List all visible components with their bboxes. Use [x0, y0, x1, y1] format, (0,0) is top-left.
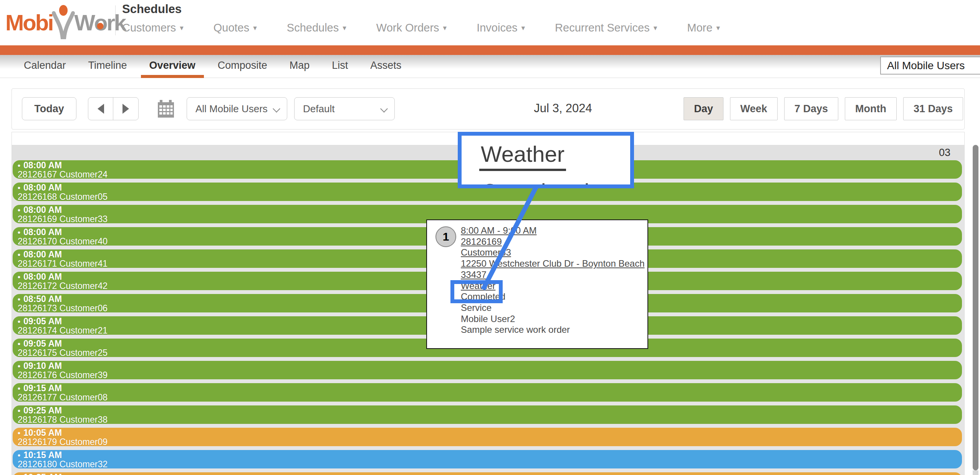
tab-calendar[interactable]: Calendar [24, 58, 66, 78]
dot-icon: • [18, 251, 20, 259]
caret-down-icon: ▾ [716, 23, 720, 32]
mobile-users-select-value: All Mobile Users [195, 103, 268, 115]
event-label: 28126167 Customer24 [18, 170, 962, 179]
event-bar[interactable]: •10:15 AM28126180 Customer32 [13, 450, 962, 468]
tab-map[interactable]: Map [290, 58, 310, 78]
nav-item-label: More [687, 22, 712, 34]
date-nav-group [88, 97, 139, 120]
nav-item-customers[interactable]: Customers▾ [122, 22, 184, 34]
main-nav: Customers▾Quotes▾Schedules▾Work Orders▾I… [122, 22, 720, 34]
nav-item-invoices[interactable]: Invoices▾ [477, 22, 525, 34]
event-time: •08:00 AM [18, 205, 962, 215]
event-label: 28126177 Customer08 [18, 393, 962, 402]
view-button-31-days[interactable]: 31 Days [903, 97, 963, 120]
dot-icon: • [18, 317, 20, 326]
orange-banner [0, 45, 980, 55]
logo-o-dot-icon: o [94, 6, 106, 39]
dot-icon: • [18, 295, 20, 304]
nav-item-label: Recurrent Services [555, 22, 650, 34]
event-bar[interactable]: •10:25 AM [13, 472, 962, 475]
dot-icon: • [18, 407, 20, 415]
event-bar[interactable]: •09:10 AM28126176 Customer39 [13, 361, 962, 379]
dot-icon: • [18, 228, 20, 237]
event-time: •08:00 AM [18, 161, 962, 170]
caret-down-icon: ▾ [443, 23, 447, 32]
tab-assets[interactable]: Assets [370, 58, 401, 78]
event-label: 28126176 Customer39 [18, 371, 962, 379]
popup-link-customer33[interactable]: Customer33 [461, 247, 646, 258]
header-divider [115, 5, 116, 35]
view-tabs: CalendarTimelineOverviewCompositeMapList… [24, 58, 401, 78]
day-number-label: 03 [939, 147, 950, 158]
event-time-text: 08:50 AM [23, 294, 62, 304]
tab-list[interactable]: List [332, 58, 348, 78]
nav-item-label: Quotes [214, 22, 250, 34]
preset-select[interactable]: Default [294, 97, 395, 120]
event-bar[interactable]: •09:15 AM28126177 Customer08 [13, 383, 962, 402]
tab-timeline[interactable]: Timeline [88, 58, 127, 78]
popup-text-service: Service [461, 302, 646, 314]
popup-link-12250-westchester-club-dr-boynton-beach[interactable]: 12250 Westchester Club Dr - Boynton Beac… [461, 258, 646, 269]
popup-link-33437[interactable]: 33437 [461, 269, 646, 281]
event-bar[interactable]: •10:05 AM28126179 Customer09 [13, 428, 962, 446]
dot-icon: • [18, 206, 20, 214]
nav-item-work-orders[interactable]: Work Orders▾ [376, 22, 447, 34]
nav-item-schedules[interactable]: Schedules▾ [287, 22, 346, 34]
event-detail-popup: 1 8:00 AM - 9:00 AM28126169Customer33122… [426, 219, 648, 349]
event-bar[interactable]: •08:00 AM28126168 Customer05 [13, 183, 962, 201]
tab-composite[interactable]: Composite [218, 58, 267, 78]
prev-day-button[interactable] [88, 98, 113, 120]
event-time-text: 08:00 AM [23, 249, 62, 259]
page-title: Schedules [122, 2, 182, 16]
popup-link-weather[interactable]: Weather [461, 281, 646, 292]
view-button-7-days[interactable]: 7 Days [784, 97, 838, 120]
event-label: 28126179 Customer09 [18, 438, 962, 446]
event-label: 28126178 Customer38 [18, 415, 962, 424]
popup-link-8-00-am-9-00-am[interactable]: 8:00 AM - 9:00 AM [461, 225, 646, 236]
event-time-text: 10:25 AM [23, 472, 62, 475]
popup-link-28126169[interactable]: 28126169 [461, 236, 646, 247]
event-time: •10:25 AM [18, 473, 962, 475]
event-bar[interactable]: •09:25 AM28126178 Customer38 [13, 405, 962, 424]
view-range-buttons: DayWeek7 DaysMonth31 Days [684, 97, 963, 120]
vertical-scrollbar-thumb[interactable] [973, 145, 978, 470]
current-date-label: Jul 3, 2024 [505, 101, 621, 115]
event-time-text: 08:00 AM [23, 183, 62, 193]
event-label: 28126168 Customer05 [18, 193, 962, 201]
caret-down-icon: ▾ [521, 23, 525, 32]
view-button-month[interactable]: Month [845, 97, 897, 120]
calendar-icon[interactable] [158, 100, 174, 120]
popup-detail-lines: 8:00 AM - 9:00 AM28126169Customer3312250… [461, 225, 646, 335]
event-time-text: 10:15 AM [23, 450, 62, 460]
event-time: •09:15 AM [18, 384, 962, 393]
mobiwork-logo[interactable]: Mobi Work [5, 3, 125, 39]
tab-overview[interactable]: Overview [149, 58, 195, 78]
vertical-scrollbar-track[interactable] [973, 470, 978, 475]
event-time-text: 08:00 AM [23, 272, 62, 282]
event-time-text: 09:25 AM [23, 405, 62, 415]
day-header-strip: 03 [12, 145, 964, 160]
tab-label: Assets [370, 60, 401, 71]
tab-label: List [332, 60, 348, 71]
event-bar[interactable]: •08:00 AM28126167 Customer24 [13, 160, 962, 179]
preset-select-value: Default [303, 103, 334, 115]
event-count-badge: 1 [435, 226, 456, 247]
dot-icon: • [18, 161, 20, 170]
view-button-week[interactable]: Week [730, 97, 778, 120]
next-day-button[interactable] [113, 98, 138, 120]
nav-item-more[interactable]: More▾ [687, 22, 720, 34]
popup-text-sample-service-work-order: Sample service work order [461, 324, 646, 335]
mobile-users-select[interactable]: All Mobile Users [187, 97, 287, 120]
nav-item-label: Schedules [287, 22, 339, 34]
view-button-day[interactable]: Day [684, 97, 723, 120]
today-button[interactable]: Today [22, 97, 76, 120]
nav-item-recurrent-services[interactable]: Recurrent Services▾ [555, 22, 657, 34]
dot-icon: • [18, 429, 20, 437]
active-tab-underline [141, 75, 204, 78]
dot-icon: • [18, 273, 20, 281]
dot-icon: • [18, 362, 20, 370]
tab-zone: CalendarTimelineOverviewCompositeMapList… [0, 55, 980, 78]
dot-icon: • [18, 184, 20, 192]
nav-item-quotes[interactable]: Quotes▾ [214, 22, 257, 34]
mobile-users-filter-input[interactable]: All Mobile Users [880, 56, 980, 75]
